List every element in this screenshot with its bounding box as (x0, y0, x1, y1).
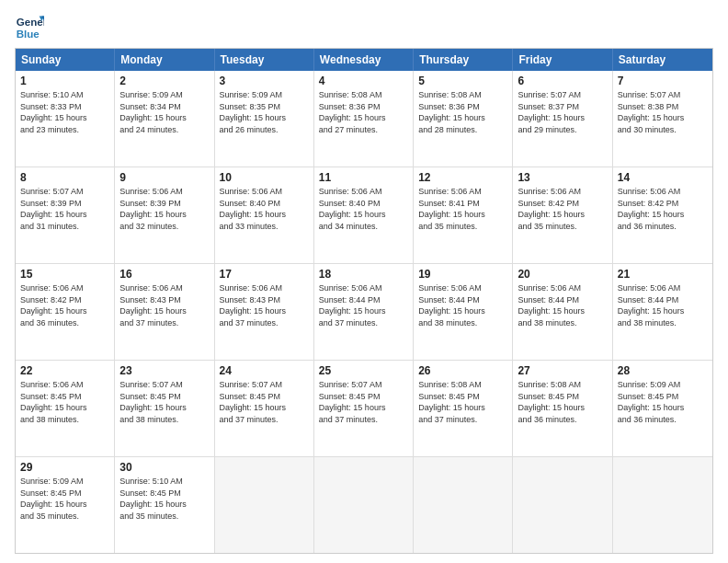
cal-cell-28: 28Sunrise: 5:09 AM Sunset: 8:45 PM Dayli… (613, 361, 712, 456)
cal-cell-empty-w4c4 (414, 457, 513, 553)
cal-cell-9: 9Sunrise: 5:06 AM Sunset: 8:39 PM Daylig… (115, 167, 214, 263)
header-day-wednesday: Wednesday (314, 49, 414, 71)
cal-cell-22: 22Sunrise: 5:06 AM Sunset: 8:45 PM Dayli… (16, 361, 115, 456)
logo: General Blue (15, 13, 44, 42)
cal-cell-16: 16Sunrise: 5:06 AM Sunset: 8:43 PM Dayli… (115, 264, 214, 360)
header-day-friday: Friday (513, 49, 612, 71)
calendar-week-1: 1Sunrise: 5:10 AM Sunset: 8:33 PM Daylig… (16, 71, 712, 167)
cal-cell-29: 29Sunrise: 5:09 AM Sunset: 8:45 PM Dayli… (16, 457, 115, 553)
header-day-monday: Monday (115, 49, 214, 71)
cal-cell-24: 24Sunrise: 5:07 AM Sunset: 8:45 PM Dayli… (215, 361, 314, 456)
cal-cell-5: 5Sunrise: 5:08 AM Sunset: 8:36 PM Daylig… (414, 71, 513, 167)
cal-cell-8: 8Sunrise: 5:07 AM Sunset: 8:39 PM Daylig… (16, 167, 115, 263)
cal-cell-30: 30Sunrise: 5:10 AM Sunset: 8:45 PM Dayli… (115, 457, 214, 553)
cal-cell-13: 13Sunrise: 5:06 AM Sunset: 8:42 PM Dayli… (513, 167, 612, 263)
cal-cell-19: 19Sunrise: 5:06 AM Sunset: 8:44 PM Dayli… (414, 264, 513, 360)
cal-cell-17: 17Sunrise: 5:06 AM Sunset: 8:43 PM Dayli… (215, 264, 314, 360)
cal-cell-26: 26Sunrise: 5:08 AM Sunset: 8:45 PM Dayli… (414, 361, 513, 456)
cal-cell-empty-w4c6 (613, 457, 712, 553)
header-day-tuesday: Tuesday (215, 49, 314, 71)
header: General Blue (15, 13, 713, 42)
calendar-week-4: 22Sunrise: 5:06 AM Sunset: 8:45 PM Dayli… (16, 361, 712, 457)
cal-cell-empty-w4c3 (314, 457, 414, 553)
cal-cell-27: 27Sunrise: 5:08 AM Sunset: 8:45 PM Dayli… (513, 361, 612, 456)
calendar-body: 1Sunrise: 5:10 AM Sunset: 8:33 PM Daylig… (16, 71, 712, 553)
svg-text:Blue: Blue (17, 29, 40, 40)
cal-cell-14: 14Sunrise: 5:06 AM Sunset: 8:42 PM Dayli… (613, 167, 712, 263)
calendar-week-5: 29Sunrise: 5:09 AM Sunset: 8:45 PM Dayli… (16, 457, 712, 553)
cal-cell-empty-w4c2 (215, 457, 314, 553)
cal-cell-12: 12Sunrise: 5:06 AM Sunset: 8:41 PM Dayli… (414, 167, 513, 263)
cal-cell-20: 20Sunrise: 5:06 AM Sunset: 8:44 PM Dayli… (513, 264, 612, 360)
calendar-header-row: SundayMondayTuesdayWednesdayThursdayFrid… (16, 49, 712, 71)
logo-icon: General Blue (15, 13, 44, 42)
calendar: SundayMondayTuesdayWednesdayThursdayFrid… (15, 48, 713, 554)
cal-cell-15: 15Sunrise: 5:06 AM Sunset: 8:42 PM Dayli… (16, 264, 115, 360)
calendar-week-2: 8Sunrise: 5:07 AM Sunset: 8:39 PM Daylig… (16, 167, 712, 264)
header-day-saturday: Saturday (613, 49, 712, 71)
header-day-thursday: Thursday (414, 49, 513, 71)
header-day-sunday: Sunday (16, 49, 115, 71)
calendar-week-3: 15Sunrise: 5:06 AM Sunset: 8:42 PM Dayli… (16, 264, 712, 361)
cal-cell-25: 25Sunrise: 5:07 AM Sunset: 8:45 PM Dayli… (314, 361, 414, 456)
cal-cell-empty-w4c5 (513, 457, 612, 553)
svg-text:General: General (17, 17, 44, 28)
page: General Blue SundayMondayTuesdayWednesda… (0, 0, 728, 563)
cal-cell-1: 1Sunrise: 5:10 AM Sunset: 8:33 PM Daylig… (16, 71, 115, 167)
cal-cell-18: 18Sunrise: 5:06 AM Sunset: 8:44 PM Dayli… (314, 264, 414, 360)
cal-cell-4: 4Sunrise: 5:08 AM Sunset: 8:36 PM Daylig… (314, 71, 414, 167)
cal-cell-21: 21Sunrise: 5:06 AM Sunset: 8:44 PM Dayli… (613, 264, 712, 360)
cal-cell-11: 11Sunrise: 5:06 AM Sunset: 8:40 PM Dayli… (314, 167, 414, 263)
cal-cell-6: 6Sunrise: 5:07 AM Sunset: 8:37 PM Daylig… (513, 71, 612, 167)
cal-cell-7: 7Sunrise: 5:07 AM Sunset: 8:38 PM Daylig… (613, 71, 712, 167)
cal-cell-3: 3Sunrise: 5:09 AM Sunset: 8:35 PM Daylig… (215, 71, 314, 167)
cal-cell-2: 2Sunrise: 5:09 AM Sunset: 8:34 PM Daylig… (115, 71, 214, 167)
cal-cell-10: 10Sunrise: 5:06 AM Sunset: 8:40 PM Dayli… (215, 167, 314, 263)
cal-cell-23: 23Sunrise: 5:07 AM Sunset: 8:45 PM Dayli… (115, 361, 214, 456)
